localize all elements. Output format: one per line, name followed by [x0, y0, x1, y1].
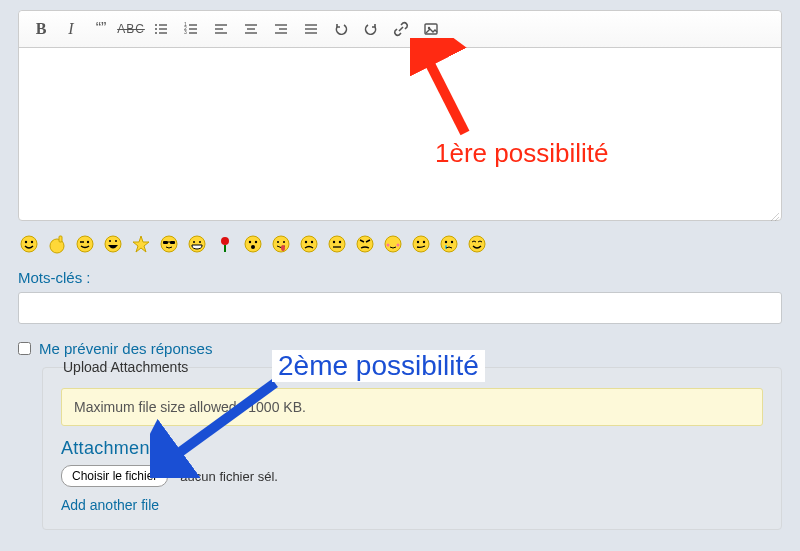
- align-center-button[interactable]: [237, 17, 265, 41]
- emoji-sad[interactable]: [298, 233, 320, 255]
- unordered-list-button[interactable]: [147, 17, 175, 41]
- emoji-star[interactable]: [130, 233, 152, 255]
- svg-point-58: [305, 241, 307, 243]
- svg-point-54: [277, 241, 279, 243]
- emoji-angry[interactable]: [354, 233, 376, 255]
- add-another-file-link[interactable]: Add another file: [61, 497, 159, 513]
- svg-point-28: [21, 236, 37, 252]
- keywords-input[interactable]: [18, 292, 782, 324]
- svg-line-27: [775, 217, 779, 221]
- svg-point-76: [445, 245, 447, 249]
- svg-point-37: [109, 240, 111, 242]
- emoji-thumbup[interactable]: [46, 233, 68, 255]
- emoji-cool[interactable]: [158, 233, 180, 255]
- svg-rect-42: [170, 241, 175, 244]
- svg-point-61: [333, 241, 335, 243]
- svg-point-49: [245, 236, 261, 252]
- file-chooser-status: aucun fichier sél.: [180, 469, 278, 484]
- upload-attachments-panel: Upload Attachments Maximum file size all…: [42, 367, 782, 530]
- bold-button[interactable]: B: [27, 17, 55, 41]
- svg-point-55: [283, 241, 285, 243]
- keywords-label: Mots-clés :: [18, 269, 782, 286]
- svg-point-71: [417, 241, 419, 243]
- align-left-button[interactable]: [207, 17, 235, 41]
- svg-point-0: [155, 24, 157, 26]
- emoji-smile[interactable]: [18, 233, 40, 255]
- align-justify-button[interactable]: [297, 17, 325, 41]
- svg-rect-41: [163, 241, 168, 244]
- svg-point-46: [199, 241, 201, 243]
- notify-label[interactable]: Me prévenir des réponses: [39, 340, 212, 357]
- svg-point-72: [423, 241, 425, 243]
- undo-button[interactable]: [327, 17, 355, 41]
- svg-point-2: [155, 28, 157, 30]
- svg-point-38: [115, 240, 117, 242]
- emoji-rose[interactable]: [214, 233, 236, 255]
- align-right-button[interactable]: [267, 17, 295, 41]
- svg-point-74: [445, 241, 447, 243]
- attachments-heading: Attachments: [61, 438, 763, 459]
- emoji-confused[interactable]: [410, 233, 432, 255]
- svg-point-52: [251, 245, 255, 249]
- file-chooser-row: Choisir le fichier aucun fichier sél.: [61, 465, 763, 487]
- choose-file-button[interactable]: Choisir le fichier: [61, 465, 168, 487]
- link-button[interactable]: [387, 17, 415, 41]
- editor-card: B I “” ABC 123: [18, 10, 782, 221]
- svg-point-29: [25, 241, 27, 243]
- svg-point-60: [329, 236, 345, 252]
- svg-point-64: [357, 236, 373, 252]
- svg-point-73: [441, 236, 457, 252]
- svg-point-77: [469, 236, 485, 252]
- emoji-grin[interactable]: [186, 233, 208, 255]
- svg-point-4: [155, 32, 157, 34]
- svg-point-30: [31, 241, 33, 243]
- emoji-surprised[interactable]: [242, 233, 264, 255]
- svg-point-62: [339, 241, 341, 243]
- upload-legend: Upload Attachments: [57, 359, 194, 375]
- emoji-cry[interactable]: [438, 233, 460, 255]
- svg-point-40: [161, 236, 177, 252]
- svg-text:3: 3: [184, 29, 187, 35]
- svg-point-59: [311, 241, 313, 243]
- emoji-tongue[interactable]: [270, 233, 292, 255]
- svg-point-47: [221, 237, 229, 245]
- emoji-laugh[interactable]: [102, 233, 124, 255]
- resize-handle-icon[interactable]: [769, 208, 779, 218]
- emoji-happy[interactable]: [466, 233, 488, 255]
- strikethrough-button[interactable]: ABC: [117, 17, 145, 41]
- svg-point-45: [193, 241, 195, 243]
- quote-button[interactable]: “”: [87, 17, 115, 41]
- svg-marker-39: [133, 236, 149, 252]
- svg-point-57: [301, 236, 317, 252]
- notify-row: Me prévenir des réponses: [18, 340, 782, 357]
- svg-point-51: [255, 241, 257, 243]
- svg-point-69: [397, 244, 400, 247]
- max-filesize-notice: Maximum file size allowed : 1000 KB.: [61, 388, 763, 426]
- svg-point-56: [281, 245, 285, 251]
- italic-button[interactable]: I: [57, 17, 85, 41]
- svg-point-44: [189, 236, 205, 252]
- ordered-list-button[interactable]: 123: [177, 17, 205, 41]
- svg-point-36: [105, 236, 121, 252]
- svg-point-68: [387, 244, 390, 247]
- editor-toolbar: B I “” ABC 123: [19, 11, 781, 48]
- svg-point-50: [249, 241, 251, 243]
- editor-textarea[interactable]: [19, 48, 781, 220]
- emoji-blush[interactable]: [382, 233, 404, 255]
- emoji-neutral[interactable]: [326, 233, 348, 255]
- svg-point-35: [87, 241, 89, 243]
- svg-line-26: [771, 213, 779, 221]
- svg-point-53: [273, 236, 289, 252]
- emoji-wink[interactable]: [74, 233, 96, 255]
- svg-rect-32: [59, 236, 62, 242]
- svg-point-33: [77, 236, 93, 252]
- emoji-picker: [18, 233, 782, 255]
- image-button[interactable]: [417, 17, 445, 41]
- redo-button[interactable]: [357, 17, 385, 41]
- notify-checkbox[interactable]: [18, 342, 31, 355]
- svg-point-70: [413, 236, 429, 252]
- svg-point-75: [451, 241, 453, 243]
